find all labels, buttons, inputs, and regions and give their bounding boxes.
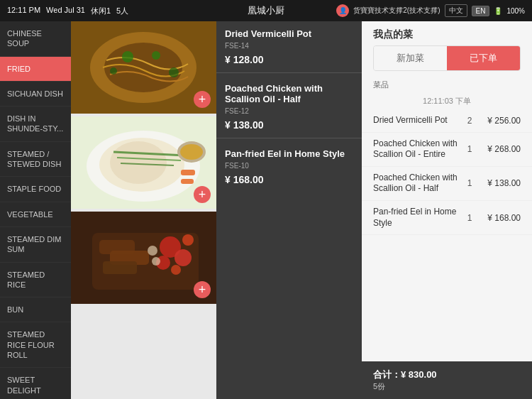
add-button-fse14[interactable]: + [194,91,211,108]
detail-dish-code: FSE-14 [225,42,353,50]
order-total-label: 合计： [373,369,401,380]
order-item-name-1: Poached Chicken with Scallion Oil - Enti… [373,138,461,160]
svg-point-3 [122,51,133,62]
order-timestamp: 12:11:03 下单 [362,93,532,109]
svg-rect-14 [181,170,195,175]
sidebar-item-chinese-soup[interactable]: CHINESE SOUP [0,21,71,57]
dish-detail-panel: Dried Vermicelli Pot FSE-14 ¥ 128.00 Poa… [216,21,362,399]
sidebar-item-steamed-rice[interactable]: STEAMED RICE [0,263,71,298]
sidebar-item-bun[interactable]: BUN [0,297,71,322]
order-tabs: 新加菜 已下单 [373,45,521,71]
detail-dish-code-2: FSE-12 [225,107,353,115]
order-item-qty-1: 1 [461,144,478,154]
order-items-list: Dried Vermicelli Pot 2 ¥ 256.00 Poached … [362,109,532,361]
order-item-price-2: ¥ 138.00 [478,178,521,188]
sidebar-item-steamed-stewed[interactable]: STEAMED / STEWED DISH [0,142,71,177]
menu-list: + [71,21,216,399]
order-footer: 合计：¥ 830.00 5份 [362,361,532,399]
time-display: 12:11 PM [7,6,40,16]
order-item-qty-2: 1 [461,178,478,188]
detail-dish-name: Dried Vermicelli Pot [225,28,353,39]
sidebar: CHINESE SOUP FRIED SICHUAN DISH DISH IN … [0,21,71,399]
top-bar-right: 👤 货寶寶技术支撑2(技术支撑) 中文 EN 🔋 100% [336,4,525,17]
add-button-fse12[interactable]: + [194,186,211,203]
detail-dish-name-2: Poached Chicken with Scallion Oil - Half [225,83,353,104]
svg-point-4 [152,51,160,60]
menu-item-fse10[interactable]: + [71,212,216,304]
lang-en-button[interactable]: EN [472,6,490,16]
detail-dish-name-3: Pan-fried Eel in Home Style [225,148,353,159]
svg-point-5 [110,67,117,75]
detail-dish-price-3: ¥ 168.00 [225,174,353,185]
date-display: Wed Jul 31 [46,6,85,16]
svg-point-2 [104,43,182,92]
user-name: 货寶寶技术支撑2(技术支撑) [353,6,440,16]
user-avatar: 👤 [336,4,349,17]
sidebar-item-staple-food[interactable]: STAPLE FOOD [0,177,71,202]
order-item-2: Poached Chicken with Scallion Oil - Half… [362,167,532,201]
order-item-price-3: ¥ 168.00 [478,213,521,223]
sidebar-item-sweet-delight[interactable]: SWEET DELIGHT [0,368,71,399]
order-item-qty-0: 2 [461,116,478,126]
order-item-price-1: ¥ 268.00 [478,144,521,154]
restaurant-title: 凰城小厨 [248,4,284,17]
detail-dish-code-3: FSE-10 [225,162,353,170]
sidebar-item-steamed-dim-sum[interactable]: STEAMED DIM SUM [0,227,71,263]
svg-point-17 [180,144,203,160]
order-item-name-3: Pan-fried Eel in Home Style [373,207,461,229]
sidebar-item-dish-in-shunde[interactable]: DISH IN SHUNDE-STY... [0,106,71,142]
order-item-price-0: ¥ 256.00 [478,116,521,126]
svg-rect-15 [181,179,194,184]
detail-dish-price-2: ¥ 138.00 [225,119,353,131]
order-item-1: Poached Chicken with Scallion Oil - Enti… [362,133,532,167]
sidebar-item-vegetable[interactable]: VEGETABLE [0,202,71,227]
top-bar: 12:11 PM Wed Jul 31 休闲1 5人 凰城小厨 👤 货寶寶技术支… [0,0,532,21]
add-button-fse10[interactable]: + [194,281,211,298]
menu-item-fse12[interactable]: + [71,116,216,209]
battery-percent: 100% [506,7,525,15]
tab-new-dish[interactable]: 新加菜 [374,46,447,70]
order-panel: 我点的菜 新加菜 已下单 菜品 12:11:03 下单 Dried Vermic… [362,21,532,399]
order-item-name-2: Poached Chicken with Scallion Oil - Half [373,173,461,195]
order-total-section: 合计：¥ 830.00 5份 [373,368,437,392]
battery-indicator: 🔋 [494,7,502,15]
main-content: CHINESE SOUP FRIED SICHUAN DISH DISH IN … [0,21,532,399]
svg-point-6 [169,67,179,77]
order-item-3: Pan-fried Eel in Home Style 1 ¥ 168.00 [362,201,532,235]
order-item-qty-3: 1 [461,213,478,223]
lang-cn-button[interactable]: 中文 [445,4,467,17]
order-total-value: ¥ 830.00 [401,369,437,380]
table-display: 休闲1 [91,6,111,16]
guests-display: 5人 [116,6,128,16]
order-section-label: 菜品 [362,77,532,93]
menu-item-fse14[interactable]: + [71,21,216,114]
order-item-name-0: Dried Vermicelli Pot [373,115,461,126]
order-count: 5份 [373,381,437,392]
order-panel-title: 我点的菜 [362,21,532,45]
svg-point-10 [110,141,167,184]
top-bar-left: 12:11 PM Wed Jul 31 休闲1 5人 [7,6,128,16]
sidebar-item-steamed-rice-flour-roll[interactable]: STEAMED RICE FLOUR ROLL [0,322,71,368]
order-item-0: Dried Vermicelli Pot 2 ¥ 256.00 [362,109,532,133]
order-total-amount: 合计：¥ 830.00 [373,368,437,381]
detail-dish-price: ¥ 128.00 [225,54,353,65]
svg-rect-29 [92,233,199,290]
sidebar-item-sichuan-dish[interactable]: SICHUAN DISH [0,82,71,106]
tab-ordered[interactable]: 已下单 [447,46,520,70]
sidebar-item-fried[interactable]: FRIED [0,57,71,82]
